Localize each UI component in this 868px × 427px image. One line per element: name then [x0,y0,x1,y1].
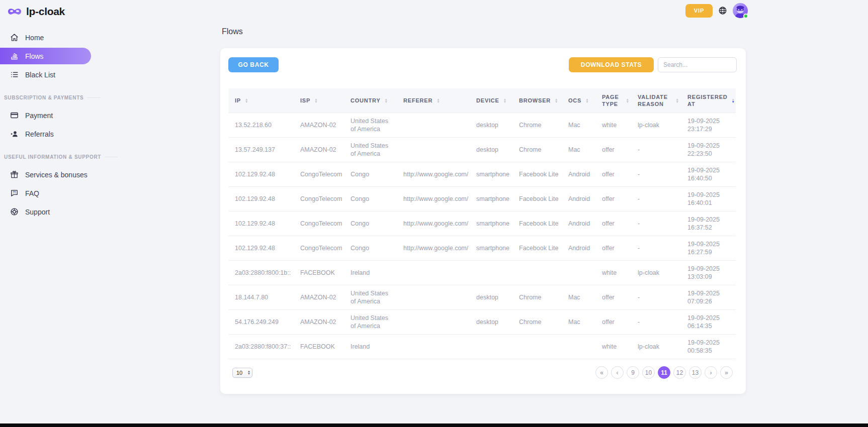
cell: Facebook Lite [512,162,562,186]
sort-icon[interactable]: ▲▼ [503,98,506,103]
flows-icon [10,52,19,61]
flows-table: IP▲▼ISP▲▼COUNTRY▲▼REFERER▲▼DEVICE▲▼BROWS… [228,88,736,359]
sidebar: Home Flows Black List SUBSCRIPTION & PAY… [0,29,103,222]
avatar[interactable] [733,3,748,18]
search-input[interactable] [658,57,737,72]
cell: - [631,137,681,162]
cell: AMAZON-02 [294,285,344,309]
gift-icon [10,170,19,179]
cell: 19-09-2025 16:37:52 [681,211,736,236]
cell [512,260,562,285]
sort-icon[interactable]: ▲▼ [626,98,629,103]
cell: offer [595,211,631,236]
sidebar-item-faq[interactable]: ?! FAQ [0,185,103,201]
column-header-referer[interactable]: REFERER▲▼ [397,88,470,113]
per-page-select[interactable]: 10 ▲▼ [232,368,252,378]
column-header-ocs[interactable]: OCS▲▼ [562,88,595,113]
cell: offer [595,285,631,309]
sidebar-item-label: Home [25,34,44,42]
go-back-button[interactable]: GO BACK [228,57,279,72]
per-page-value: 10 [236,370,247,376]
column-label: IP [235,97,241,104]
vip-button[interactable]: VIP [685,4,713,18]
cell: lp-cloak [631,113,681,137]
column-header-isp[interactable]: ISP▲▼ [294,88,344,113]
cell: CongoTelecom [294,186,344,211]
column-header-device[interactable]: DEVICE▲▼ [470,88,512,113]
cell: lp-cloak [631,334,681,359]
column-label: OCS [568,97,581,104]
sidebar-item-flows[interactable]: Flows [0,48,91,64]
cell: Chrome [512,113,562,137]
column-header-validate-reason[interactable]: VALIDATE REASON▲▼ [631,88,681,113]
column-label: VALIDATE REASON [638,93,672,108]
cell: Mac [562,309,595,334]
brand[interactable]: lp-cloak [8,6,65,18]
sidebar-item-home[interactable]: Home [0,29,103,46]
prev-page-button[interactable]: ‹ [611,366,624,379]
sort-icon[interactable]: ▲▼ [585,98,588,103]
cell: Facebook Lite [512,186,562,211]
page-button-12[interactable]: 12 [673,366,686,379]
online-status-dot [743,14,748,19]
globe-icon[interactable] [718,6,727,15]
cell: lp-cloak [631,260,681,285]
sort-icon[interactable]: ▲▼ [676,98,679,103]
cell: Facebook Lite [512,236,562,260]
cell: Congo [344,186,397,211]
sort-icon[interactable]: ▲▼ [732,98,735,103]
sort-icon[interactable]: ▲▼ [437,98,440,103]
last-page-button[interactable]: » [720,366,733,379]
sort-icon[interactable]: ▲▼ [385,98,388,103]
column-header-browser[interactable]: BROWSER▲▼ [512,88,562,113]
sidebar-item-referrals[interactable]: Referrals [0,126,103,142]
page-button-9[interactable]: 9 [627,366,639,379]
sidebar-item-services-bonuses[interactable]: Services & bonuses [0,166,103,183]
cell: 13.52.218.60 [228,113,294,137]
sidebar-item-payment[interactable]: Payment [0,107,103,124]
sidebar-item-black-list[interactable]: Black List [0,66,103,83]
cell: Congo [344,236,397,260]
download-stats-button[interactable]: DOWNLOAD STATS [569,57,654,72]
cell: FACEBOOK [294,260,344,285]
cell: 2a03:2880:f800:37:: [228,334,294,359]
page-button-11[interactable]: 11 [658,366,670,379]
sort-icon[interactable]: ▲▼ [555,98,558,103]
column-header-ip[interactable]: IP▲▼ [228,88,294,113]
cell: Congo [344,162,397,186]
cell: Chrome [512,137,562,162]
first-page-button[interactable]: « [595,366,608,379]
card-footer: 10 ▲▼ «‹910111213›» [232,366,733,379]
page-button-10[interactable]: 10 [642,366,655,379]
column-label: REGISTERED AT [687,93,728,108]
cell: 19-09-2025 16:27:59 [681,236,736,260]
column-header-registered-at[interactable]: REGISTERED AT▲▼ [681,88,736,113]
sidebar-item-label: Flows [25,52,44,60]
cell: 54.176.249.249 [228,309,294,334]
cell: - [631,285,681,309]
page-button-13[interactable]: 13 [689,366,702,379]
table-row: 2a03:2880:f800:37::FACEBOOKIrelandwhitel… [228,334,736,359]
cell: desktop [470,285,512,309]
cell: http://www.google.com/ [397,211,470,236]
cell: offer [595,309,631,334]
sort-icon[interactable]: ▲▼ [314,98,317,103]
cell: Facebook Lite [512,211,562,236]
column-header-page-type[interactable]: PAGE TYPE▲▼ [595,88,631,113]
column-label: DEVICE [476,97,499,104]
cell: Android [562,236,595,260]
column-header-country[interactable]: COUNTRY▲▼ [344,88,397,113]
cell [397,285,470,309]
cell [397,260,470,285]
next-page-button[interactable]: › [705,366,717,379]
sort-icon[interactable]: ▲▼ [245,98,248,103]
cell: http://www.google.com/ [397,236,470,260]
cell [562,334,595,359]
sidebar-item-support[interactable]: Support [0,203,103,220]
column-label: REFERER [403,97,432,104]
blacklist-icon [10,70,19,79]
bottom-bar [0,423,868,427]
cell: - [631,309,681,334]
cell [397,137,470,162]
sidebar-item-label: Services & bonuses [25,171,88,179]
